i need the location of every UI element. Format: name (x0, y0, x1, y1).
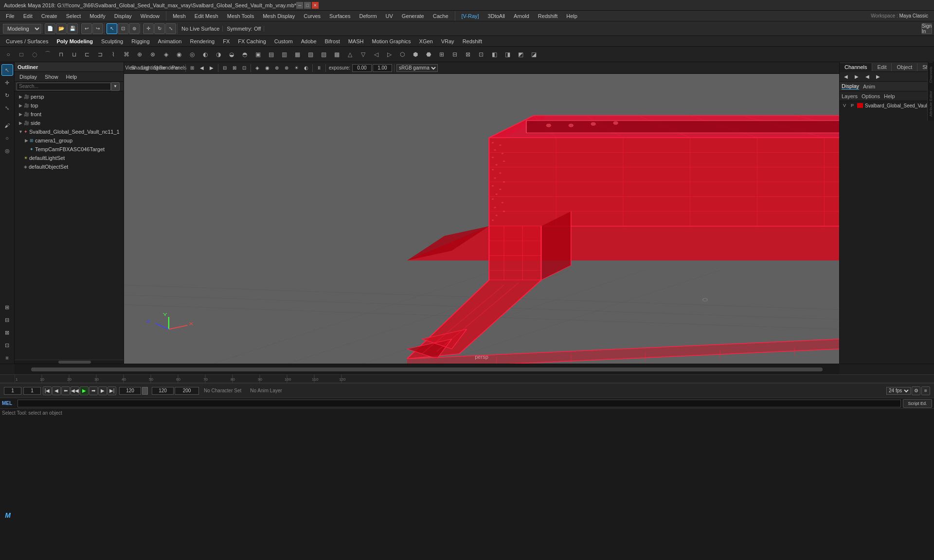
frame-range-end-input[interactable] (119, 387, 141, 395)
outliner-item-front[interactable]: ▶ 🎥 front (15, 110, 124, 119)
subtab-anim[interactable]: Anim (863, 84, 875, 89)
new-scene-btn[interactable]: 📄 (45, 23, 55, 34)
vp-shading-btn[interactable]: ◉ (263, 64, 271, 72)
rp-icon3[interactable]: ◀ (863, 72, 872, 81)
rotate-tool[interactable]: ↻ (1, 89, 13, 101)
outliner-item-lightset[interactable]: ☀ defaultLightSet (15, 154, 124, 162)
shelf-tool4-icon[interactable]: ⊓ (54, 48, 67, 61)
channels-edge-tab[interactable]: Channels (929, 62, 933, 87)
module-mash[interactable]: MASH (344, 37, 368, 45)
module-custom[interactable]: Custom (270, 37, 297, 45)
command-line-input[interactable] (18, 400, 901, 407)
rp-icon1[interactable]: ◀ (842, 72, 850, 81)
menu-vray[interactable]: [V-Ray] (458, 12, 483, 20)
shelf-tool31-icon[interactable]: ⬢ (409, 48, 422, 61)
shelf-tool15-icon[interactable]: ◐ (199, 48, 212, 61)
shelf-select-icon[interactable]: ○ (2, 48, 15, 61)
vp-display-btn[interactable]: ◈ (253, 64, 262, 72)
shelf-tool21-icon[interactable]: ▥ (278, 48, 290, 61)
frame-max-input[interactable] (175, 387, 199, 395)
frame-end-input[interactable] (152, 387, 174, 395)
shelf-tool30-icon[interactable]: ⬡ (396, 48, 409, 61)
outliner-help-menu[interactable]: Help (63, 74, 80, 80)
help-menu[interactable]: Help (884, 93, 895, 99)
select-tool[interactable]: ↖ (1, 64, 13, 76)
shelf-tool22-icon[interactable]: ▦ (291, 48, 304, 61)
shelf-tool14-icon[interactable]: ◎ (186, 48, 198, 61)
shelf-tool23-icon[interactable]: ▧ (304, 48, 317, 61)
tab-edit[interactable]: Edit (872, 63, 892, 71)
module-animation[interactable]: Animation (154, 37, 186, 45)
rp-icon4[interactable]: ▶ (874, 72, 882, 81)
viewport-canvas[interactable]: X Y Z persp (124, 74, 839, 364)
timeline-ruler[interactable]: 1 10 20 30 40 50 60 70 80 90 100 110 120 (0, 374, 934, 383)
vp-gate-btn[interactable]: ⊡ (240, 64, 249, 72)
layer-settings-btn[interactable]: ⊠ (1, 327, 13, 338)
shelf-tool18-icon[interactable]: ◓ (238, 48, 251, 61)
anim-settings-btn[interactable]: ⚙ (912, 386, 920, 395)
shelf-arc-icon[interactable]: ◌ (28, 48, 41, 61)
shelf-tool36-icon[interactable]: ⊡ (475, 48, 487, 61)
timeline-hscroll[interactable] (15, 364, 839, 375)
vp-cam-home-btn[interactable]: ⊞ (188, 64, 197, 72)
rp-icon2[interactable]: ▶ (852, 72, 861, 81)
vp-iso-btn[interactable]: ⊠ (230, 64, 239, 72)
shelf-tool34-icon[interactable]: ⊟ (449, 48, 461, 61)
menu-3dtoall[interactable]: 3DtoAll (484, 12, 509, 20)
shelf-tool29-icon[interactable]: ▷ (383, 48, 395, 61)
shelf-tool40-icon[interactable]: ◪ (527, 48, 540, 61)
frame-range-start-input[interactable] (23, 387, 41, 395)
module-poly-modeling[interactable]: Poly Modeling (53, 37, 97, 45)
menu-surfaces[interactable]: Surfaces (325, 12, 354, 20)
outliner-search-input[interactable] (17, 83, 111, 90)
module-adobe[interactable]: Adobe (297, 37, 321, 45)
shelf-tool11-icon[interactable]: ⊗ (146, 48, 159, 61)
shelf-tool10-icon[interactable]: ⊕ (133, 48, 146, 61)
tab-channels[interactable]: Channels (840, 63, 872, 71)
menu-edit-mesh[interactable]: Edit Mesh (191, 12, 222, 20)
module-curves-surfaces[interactable]: Curves / Surfaces (2, 37, 52, 45)
shelf-tool38-icon[interactable]: ◨ (501, 48, 514, 61)
prev-frame-btn[interactable]: ◀ (52, 386, 61, 395)
shelf-tool8-icon[interactable]: ⌇ (107, 48, 120, 61)
shelf-tool5-icon[interactable]: ⊔ (68, 48, 80, 61)
outliner-item-objectset[interactable]: ◈ defaultObjectSet (15, 162, 124, 171)
vp-cam-next-btn[interactable]: ▶ (207, 64, 216, 72)
next-key-btn[interactable]: ➡ (89, 386, 98, 395)
shelf-tool19-icon[interactable]: ▣ (251, 48, 264, 61)
attributes-edge-tab[interactable]: Attribute Editor (929, 87, 933, 121)
vp-cam-prev-btn[interactable]: ◀ (198, 64, 206, 72)
menu-edit[interactable]: Edit (19, 12, 36, 20)
module-sculpting[interactable]: Sculpting (97, 37, 127, 45)
menu-modify[interactable]: Modify (86, 12, 109, 20)
shelf-tool33-icon[interactable]: ⊞ (435, 48, 448, 61)
timeline-scroll-thumb[interactable] (31, 368, 823, 371)
open-scene-btn[interactable]: 📂 (56, 23, 67, 34)
menu-mesh[interactable]: Mesh (169, 12, 190, 20)
module-rendering[interactable]: Rendering (186, 37, 218, 45)
script-editor-btn[interactable]: Script Ed. (903, 399, 932, 408)
viewport-panel[interactable]: View Shading Lighting Show Renderer Pane… (124, 62, 839, 364)
select-tool-btn[interactable]: ↖ (107, 23, 117, 34)
paint-tool[interactable]: 🖌 (1, 120, 13, 131)
shelf-tool28-icon[interactable]: ◁ (370, 48, 382, 61)
rotate-btn[interactable]: ↻ (154, 23, 165, 34)
shelf-tool24-icon[interactable]: ▨ (317, 48, 330, 61)
vp-wire-btn[interactable]: ⊕ (272, 64, 281, 72)
shelf-tool27-icon[interactable]: ▽ (357, 48, 369, 61)
layer-list-btn[interactable]: ⊡ (1, 339, 13, 351)
shelf-tool12-icon[interactable]: ◈ (160, 48, 172, 61)
menu-generate[interactable]: Generate (398, 12, 428, 20)
menu-mesh-display[interactable]: Mesh Display (259, 12, 299, 20)
menu-file[interactable]: File (2, 12, 18, 20)
shelf-tool35-icon[interactable]: ⊠ (462, 48, 474, 61)
outliner-display-menu[interactable]: Display (17, 74, 40, 80)
shelf-tool16-icon[interactable]: ◑ (212, 48, 225, 61)
subtab-display[interactable]: Display (842, 83, 859, 89)
vp-gamma-select[interactable]: sRGB gamma (396, 64, 438, 72)
shelf-tool9-icon[interactable]: ⌘ (120, 48, 133, 61)
module-motion-graphics[interactable]: Motion Graphics (368, 37, 414, 45)
prev-key-btn[interactable]: ⬅ (61, 386, 70, 395)
frame-current-input[interactable] (4, 387, 21, 395)
module-fx[interactable]: FX (219, 37, 234, 45)
